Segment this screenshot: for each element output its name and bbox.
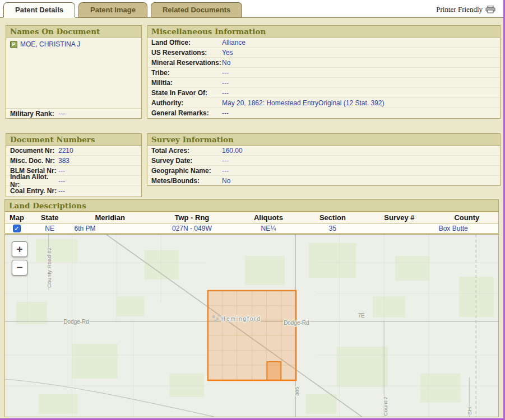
docnums-value: 2210 [58,147,73,155]
misc-label: Tribe: [151,69,222,77]
survey-rows: Total Acres:160.00 Survey Date:--- Geogr… [147,146,500,186]
misc-row: Tribe:--- [147,68,500,78]
patentee-icon: P [10,41,17,48]
misc-value: Yes [222,49,233,57]
docnums-row: Document Nr:2210 [6,146,141,156]
cell-meridian: 6th PM [71,223,149,234]
map-label-dodge-rd-left: Dodge-Rd [63,319,89,325]
tab-patent-image[interactable]: Patent Image [78,2,147,17]
misc-value: No [222,59,230,67]
survey-label: Metes/Bounds: [151,177,222,185]
zoom-out-button[interactable]: − [12,260,27,276]
patentee-name-link[interactable]: MOE, CHRISTINA J [20,40,80,48]
names-panel-spacer [6,51,141,108]
map-label-county-road-82: County Road 82 [46,247,52,288]
military-rank-value: --- [58,110,65,118]
survey-label: Survey Date: [151,157,222,165]
misc-row: Mineral Reservations:No [147,58,500,68]
cell-section: 35 [302,223,363,234]
misc-label: Militia: [151,79,222,87]
tab-related-documents[interactable]: Related Documents [151,2,242,17]
docnums-label: Document Nr: [10,147,58,155]
section-highlight [267,362,281,380]
misc-value: --- [222,109,229,117]
map-label-town: Hemingford [221,316,261,322]
docnums-value: --- [58,187,65,195]
survey-row: Total Acres:160.00 [147,146,500,156]
tab-bar: Patent Details Patent Image Related Docu… [0,0,503,18]
col-meridian: Meridian [71,212,149,223]
land-map[interactable]: + − [4,234,499,417]
misc-label: Land Office: [151,39,222,46]
docnums-row: Indian Allot. Nr:--- [6,176,141,186]
cell-state: NE [29,223,71,234]
docnums-value: --- [58,167,65,175]
names-panel-title: Names On Document [6,26,141,38]
cell-survey-nr [363,223,435,234]
col-state: State [29,212,71,223]
misc-label: US Reservations: [151,49,222,57]
docnums-label: Coal Entry. Nr: [10,187,58,195]
docnums-row: Misc. Doc. Nr:383 [6,156,141,166]
misc-row: Militia:--- [147,78,500,88]
misc-label: Authority: [151,99,222,107]
misc-row: General Remarks:--- [147,108,500,118]
misc-rows: Land Office:Alliance US Reservations:Yes… [147,38,500,118]
land-descriptions-title: Land Descriptions [4,199,499,212]
survey-row: Metes/Bounds:No [147,176,500,186]
survey-value: 160.00 [222,147,243,155]
survey-row: Geographic Name:--- [147,166,500,176]
military-rank-label: Military Rank: [10,110,58,118]
military-rank-row: Military Rank: --- [6,108,141,118]
cell-county: Box Butte [435,223,499,234]
survey-value: --- [222,167,229,175]
names-on-document-panel: Names On Document P MOE, CHRISTINA J Mil… [6,25,142,119]
misc-panel-title: Miscellaneous Information [147,26,500,38]
misc-row: Authority:May 20, 1862: Homestead EntryO… [147,98,500,108]
misc-value: --- [222,79,229,87]
tab-patent-details[interactable]: Patent Details [3,2,75,17]
misc-label: General Remarks: [151,109,222,117]
misc-row: US Reservations:Yes [147,48,500,58]
map-checkbox-cell: ✓ [5,223,29,234]
map-canvas[interactable]: Hemingford Dodge-Rd Dodge-Rd 7E County R… [5,235,498,417]
map-label-sh-partial: SH [466,407,472,415]
land-table-row: ✓ NE 6th PM 027N - 049W NE¼ 35 Box Butte [5,223,499,234]
col-twp-rng: Twp - Rng [149,212,235,223]
map-label-county-partial: Count [382,401,388,416]
patent-details-page: Patent Details Patent Image Related Docu… [0,0,505,420]
col-county: County [435,212,499,223]
misc-row: State In Favor Of:--- [147,88,500,98]
printer-friendly-label: Printer Friendly [436,5,483,14]
survey-label: Geographic Name: [151,167,222,175]
map-checkbox[interactable]: ✓ [13,225,21,232]
misc-label: State In Favor Of: [151,89,222,97]
misc-row: Land Office:Alliance [147,38,500,48]
land-descriptions-table: Map State Meridian Twp - Rng Aliquots Se… [4,212,499,234]
col-aliquots: Aliquots [235,212,302,223]
survey-value: --- [222,157,229,165]
col-survey-nr: Survey # [363,212,435,223]
misc-value: --- [222,89,229,97]
map-label-7e: 7E [358,312,365,319]
docnums-value: 383 [58,157,70,165]
printer-friendly-link[interactable]: Printer Friendly [436,5,495,14]
misc-value: Alliance [222,39,245,46]
township-highlight [208,291,296,380]
cell-twp-rng: 027N - 049W [149,223,235,234]
map-zoom-controls: + − [12,241,27,276]
docnums-rows: Document Nr:2210 Misc. Doc. Nr:383 BLM S… [6,146,141,197]
col-map: Map [5,212,29,223]
docnums-row: Coal Entry. Nr:--- [6,186,141,196]
cell-aliquots: NE¼ [235,223,302,234]
miscellaneous-information-panel: Miscellaneous Information Land Office:Al… [147,25,501,119]
land-table-header-row: Map State Meridian Twp - Rng Aliquots Se… [5,212,499,223]
patentee-row: P MOE, CHRISTINA J [6,38,141,51]
col-section: Section [302,212,363,223]
survey-panel-title: Survey Information [147,134,500,146]
document-numbers-panel: Document Numbers Document Nr:2210 Misc. … [6,133,142,197]
docnums-label: Misc. Doc. Nr: [10,157,58,165]
zoom-in-button[interactable]: + [12,241,27,257]
misc-value: May 20, 1862: Homestead EntryOriginal (1… [222,99,384,107]
printer-icon [485,6,495,13]
